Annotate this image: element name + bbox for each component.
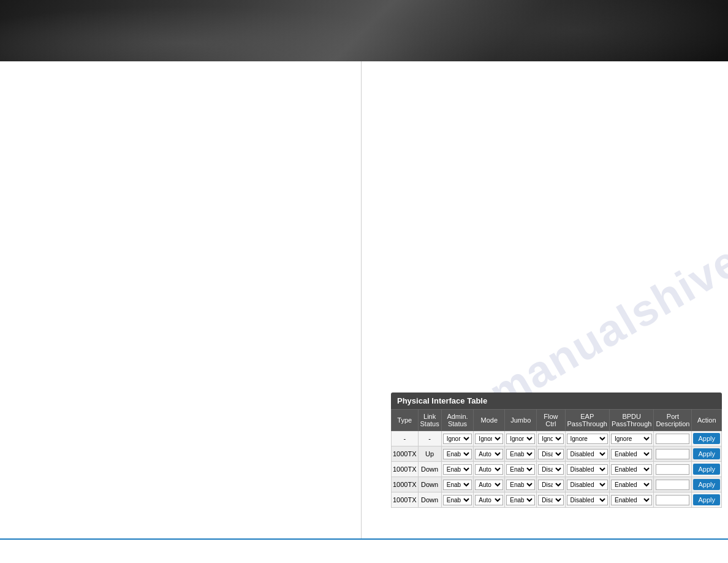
left-sidebar: [0, 61, 362, 538]
cell-port-desc: [654, 431, 692, 446]
jumbo-select-1[interactable]: Enabled Disabled: [506, 449, 535, 459]
cell-admin-status: Ignore Enabled Disabled: [441, 431, 474, 446]
eap-select-0[interactable]: Ignore Enabled Disabled: [567, 434, 608, 444]
cell-eap: Enabled Disabled: [565, 492, 609, 508]
flow-ctrl-select-2[interactable]: Enabled Disabled: [538, 464, 563, 475]
table-row: - - Ignore Enabled Disabled Ignore: [392, 431, 722, 446]
cell-admin-status: Enabled Disabled: [441, 477, 474, 492]
cell-bpdu: Enabled Disabled: [609, 477, 653, 492]
cell-link-status: Down: [418, 492, 441, 508]
admin-status-select-4[interactable]: Enabled Disabled: [443, 495, 472, 505]
apply-button-0[interactable]: Apply: [693, 433, 720, 444]
col-action: Action: [692, 410, 722, 431]
col-admin-status: Admin.Status: [441, 410, 474, 431]
eap-select-4[interactable]: Enabled Disabled: [567, 495, 608, 505]
table-header-row: Type LinkStatus Admin.Status Mode Jumbo …: [392, 410, 722, 431]
cell-bpdu: Enabled Disabled: [609, 462, 653, 477]
mode-select-4[interactable]: Auto Auto (100: [475, 495, 503, 505]
port-desc-input-1[interactable]: [656, 449, 689, 459]
cell-eap: Enabled Disabled: [565, 462, 609, 477]
cell-bpdu: Enabled Disabled: [609, 446, 653, 462]
cell-type: 1000TX: [392, 492, 419, 508]
cell-type: -: [392, 431, 419, 446]
cell-action: Apply: [692, 431, 722, 446]
mode-select-0[interactable]: Ignore Auto Auto (100: [475, 434, 503, 444]
cell-action: Apply: [692, 446, 722, 462]
port-desc-input-2[interactable]: [656, 464, 689, 475]
admin-status-select-1[interactable]: Enabled Disabled: [443, 449, 472, 459]
cell-link-status: Down: [418, 462, 441, 477]
cell-type: 1000TX: [392, 462, 419, 477]
cell-admin-status: Enabled Disabled: [441, 492, 474, 508]
bpdu-select-4[interactable]: Enabled Disabled: [611, 495, 652, 505]
cell-eap: Enabled Disabled: [565, 446, 609, 462]
cell-link-status: -: [418, 431, 441, 446]
cell-flow-ctrl: Ignore Enabled Disabled: [537, 431, 565, 446]
cell-type: 1000TX: [392, 477, 419, 492]
flow-ctrl-select-4[interactable]: Enabled Disabled: [538, 495, 563, 505]
port-desc-input-3[interactable]: [656, 480, 689, 490]
cell-mode: Auto Auto (100: [474, 477, 505, 492]
apply-button-2[interactable]: Apply: [693, 464, 720, 475]
col-eap: EAPPassThrough: [565, 410, 609, 431]
apply-button-1[interactable]: Apply: [693, 448, 720, 459]
bpdu-select-2[interactable]: Enabled Disabled: [611, 464, 652, 475]
col-bpdu: BPDUPassThrough: [609, 410, 653, 431]
eap-select-2[interactable]: Enabled Disabled: [567, 464, 608, 475]
mode-select-1[interactable]: Auto Auto (100: [475, 449, 503, 459]
cell-action: Apply: [692, 492, 722, 508]
cell-bpdu: Enabled Disabled: [609, 492, 653, 508]
cell-eap: Enabled Disabled: [565, 477, 609, 492]
col-mode: Mode: [474, 410, 505, 431]
jumbo-select-0[interactable]: Ignore Enabled Disabled: [506, 434, 535, 444]
table-row: 1000TX Down Enabled Disabled Auto Auto (: [392, 462, 722, 477]
cell-jumbo: Enabled Disabled: [505, 477, 537, 492]
cell-action: Apply: [692, 462, 722, 477]
cell-flow-ctrl: Enabled Disabled: [537, 462, 565, 477]
port-desc-input-0[interactable]: [656, 434, 689, 444]
bpdu-select-1[interactable]: Enabled Disabled: [611, 449, 652, 459]
bpdu-select-3[interactable]: Enabled Disabled: [611, 480, 652, 490]
col-flow-ctrl: Flow Ctrl: [537, 410, 565, 431]
apply-button-3[interactable]: Apply: [693, 479, 720, 490]
eap-select-1[interactable]: Enabled Disabled: [567, 449, 608, 459]
jumbo-select-3[interactable]: Enabled Disabled: [506, 480, 535, 490]
cell-jumbo: Enabled Disabled: [505, 446, 537, 462]
right-content: manualshive.com Physical Interface Table…: [362, 61, 728, 538]
flow-ctrl-select-3[interactable]: Enabled Disabled: [538, 480, 563, 490]
flow-ctrl-select-1[interactable]: Enabled Disabled: [538, 449, 563, 459]
physical-interface-table-container: Physical Interface Table Type LinkStatus…: [391, 393, 722, 508]
table-row: 1000TX Down Enabled Disabled Auto Auto (: [392, 477, 722, 492]
admin-status-select-2[interactable]: Enabled Disabled: [443, 464, 472, 475]
col-link-status: LinkStatus: [418, 410, 441, 431]
apply-button-4[interactable]: Apply: [693, 494, 720, 505]
mode-select-2[interactable]: Auto Auto (100: [475, 464, 503, 475]
cell-flow-ctrl: Enabled Disabled: [537, 477, 565, 492]
admin-status-select-0[interactable]: Ignore Enabled Disabled: [443, 434, 472, 444]
cell-bpdu: Ignore Enabled Disabled: [609, 431, 653, 446]
watermark: manualshive.com: [480, 181, 728, 419]
cell-eap: Ignore Enabled Disabled: [565, 431, 609, 446]
cell-mode: Auto Auto (100: [474, 446, 505, 462]
jumbo-select-2[interactable]: Enabled Disabled: [506, 464, 535, 475]
table-row: 1000TX Down Enabled Disabled Auto Auto (: [392, 492, 722, 508]
cell-action: Apply: [692, 477, 722, 492]
cell-flow-ctrl: Enabled Disabled: [537, 492, 565, 508]
table-title: Physical Interface Table: [391, 393, 722, 409]
cell-mode: Ignore Auto Auto (100: [474, 431, 505, 446]
cell-jumbo: Enabled Disabled: [505, 462, 537, 477]
jumbo-select-4[interactable]: Enabled Disabled: [506, 495, 535, 505]
cell-admin-status: Enabled Disabled: [441, 446, 474, 462]
cell-flow-ctrl: Enabled Disabled: [537, 446, 565, 462]
eap-select-3[interactable]: Enabled Disabled: [567, 480, 608, 490]
cell-jumbo: Ignore Enabled Disabled: [505, 431, 537, 446]
footer: [0, 538, 728, 563]
mode-select-3[interactable]: Auto Auto (100: [475, 480, 503, 490]
flow-ctrl-select-0[interactable]: Ignore Enabled Disabled: [538, 434, 563, 444]
port-desc-input-4[interactable]: [656, 495, 689, 505]
admin-status-select-3[interactable]: Enabled Disabled: [443, 480, 472, 490]
cell-port-desc: [654, 492, 692, 508]
col-type: Type: [392, 410, 419, 431]
bpdu-select-0[interactable]: Ignore Enabled Disabled: [611, 434, 652, 444]
physical-interface-table: Type LinkStatus Admin.Status Mode Jumbo …: [391, 409, 722, 508]
